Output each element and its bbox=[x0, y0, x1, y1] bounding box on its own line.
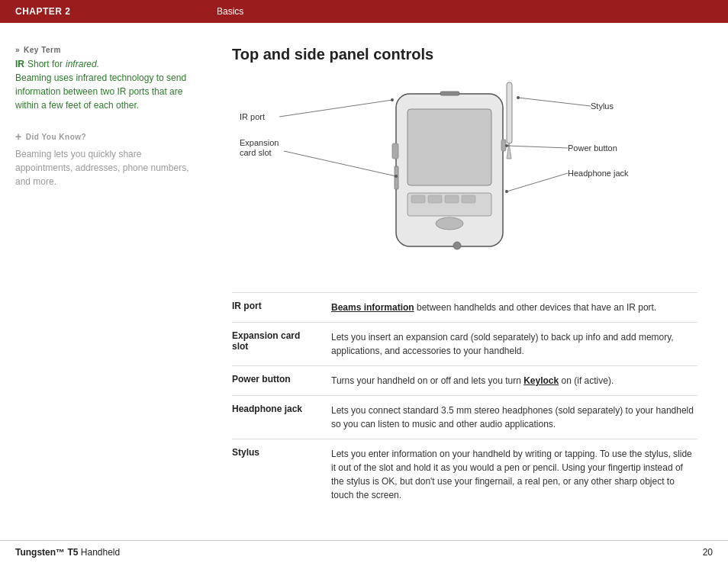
svg-rect-5 bbox=[440, 92, 459, 95]
svg-point-20 bbox=[517, 96, 520, 99]
header-title: Basics bbox=[209, 6, 728, 17]
brand-name: Tungsten™ T5 bbox=[15, 547, 78, 558]
table-row: Stylus Lets you enter information on you… bbox=[232, 439, 697, 510]
header-chapter: CHAPTER 2 bbox=[0, 6, 209, 17]
sidebar: » Key Term IR Short for infrared. Beamin… bbox=[0, 23, 209, 540]
did-you-know-body: Beaming lets you quickly share appointme… bbox=[15, 147, 194, 188]
label-expansion-line1: Expansion bbox=[240, 138, 279, 147]
svg-rect-10 bbox=[428, 195, 442, 203]
label-power: Power button bbox=[568, 143, 617, 153]
did-you-know-header: + Did You Know? bbox=[15, 130, 194, 143]
table-row: Headphone jack Lets you connect standard… bbox=[232, 396, 697, 439]
desc-text-power: Turns your handheld on or off and lets y… bbox=[331, 366, 697, 396]
svg-point-16 bbox=[391, 98, 394, 101]
footer: Tungsten™ T5 Handheld 20 bbox=[0, 540, 728, 563]
desc-text-ir-port: Beams information between handhelds and … bbox=[331, 293, 697, 323]
svg-point-8 bbox=[453, 242, 461, 249]
svg-point-22 bbox=[505, 144, 508, 147]
table-row: Expansion card slot Lets you insert an e… bbox=[232, 323, 697, 366]
svg-rect-1 bbox=[407, 109, 491, 185]
svg-line-19 bbox=[518, 98, 591, 106]
desc-label-stylus: Stylus bbox=[232, 439, 331, 510]
key-term-short: Short for bbox=[27, 59, 63, 69]
desc-text-headphone: Lets you connect standard 3.5 mm stereo … bbox=[331, 396, 697, 439]
label-headphone: Headphone jack bbox=[568, 169, 629, 178]
key-term-header: » Key Term bbox=[15, 46, 194, 54]
footer-page: 20 bbox=[703, 547, 713, 558]
desc-label-ir-port: IR port bbox=[232, 293, 331, 323]
device-diagram: IR port Expansion card slot Stylus Power… bbox=[232, 79, 675, 277]
svg-line-21 bbox=[507, 146, 568, 148]
desc-text-expansion: Lets you insert an expansion card (sold … bbox=[331, 323, 697, 366]
svg-rect-9 bbox=[411, 195, 425, 203]
table-row: IR port Beams information between handhe… bbox=[232, 293, 697, 323]
content-area: Top and side panel controls bbox=[209, 23, 728, 540]
did-you-know-section: + Did You Know? Beaming lets you quickly… bbox=[15, 130, 194, 188]
label-ir-port: IR port bbox=[240, 112, 265, 121]
desc-label-expansion: Expansion card slot bbox=[232, 323, 331, 366]
desc-label-power: Power button bbox=[232, 366, 331, 396]
descriptions-table: IR port Beams information between handhe… bbox=[232, 292, 697, 510]
diagram-container: IR port Expansion card slot Stylus Power… bbox=[232, 79, 697, 277]
key-term-section: » Key Term IR Short for infrared. Beamin… bbox=[15, 46, 194, 112]
svg-line-23 bbox=[507, 173, 568, 191]
table-row: Power button Turns your handheld on or o… bbox=[232, 366, 697, 396]
chevron-icon: » bbox=[15, 46, 20, 54]
label-stylus: Stylus bbox=[591, 101, 614, 111]
key-term-body: Beaming uses infrared technology to send… bbox=[15, 71, 194, 112]
key-term-ir-line: IR Short for infrared. bbox=[15, 59, 194, 69]
svg-rect-12 bbox=[462, 195, 475, 203]
keylock-link: Keylock bbox=[523, 375, 559, 386]
svg-rect-6 bbox=[395, 166, 398, 189]
desc-label-headphone: Headphone jack bbox=[232, 396, 331, 439]
svg-point-3 bbox=[436, 217, 463, 230]
footer-brand: Tungsten™ T5 Handheld bbox=[15, 547, 120, 558]
svg-line-17 bbox=[284, 151, 396, 176]
svg-rect-11 bbox=[445, 195, 459, 203]
key-term-ir-label: IR bbox=[15, 59, 24, 69]
svg-point-24 bbox=[505, 190, 508, 193]
brand-subtitle: Handheld bbox=[81, 547, 120, 558]
plus-icon: + bbox=[15, 130, 22, 143]
label-expansion-line2: card slot bbox=[240, 148, 272, 157]
page-title: Top and side panel controls bbox=[232, 46, 697, 63]
svg-rect-4 bbox=[392, 143, 398, 159]
desc-text-stylus: Lets you enter information on your handh… bbox=[331, 439, 697, 510]
beams-information-link: Beams information bbox=[331, 302, 414, 313]
svg-line-15 bbox=[279, 100, 392, 117]
main-content: » Key Term IR Short for infrared. Beamin… bbox=[0, 23, 728, 540]
header-bar: CHAPTER 2 Basics bbox=[0, 0, 728, 23]
svg-rect-13 bbox=[507, 82, 512, 143]
key-term-ir-def: infrared. bbox=[66, 59, 99, 69]
svg-point-18 bbox=[395, 175, 398, 178]
